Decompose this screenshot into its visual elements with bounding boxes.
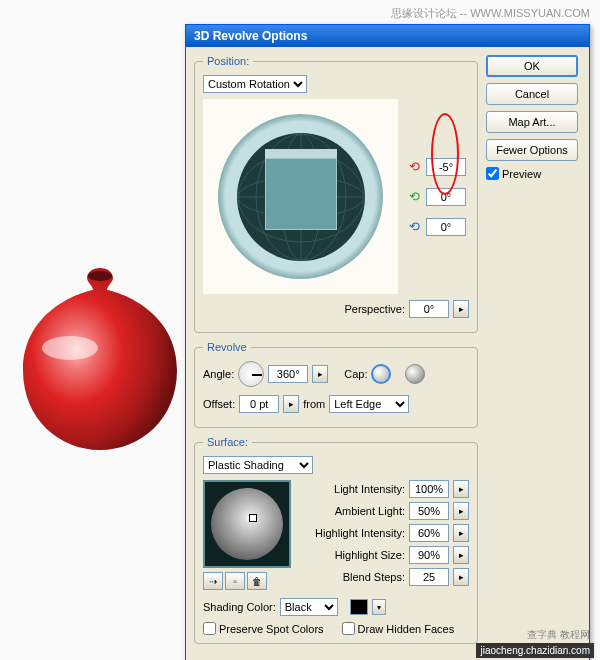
revolve-legend: Revolve — [203, 341, 251, 353]
ambient-light-input[interactable] — [409, 502, 449, 520]
vase-preview — [15, 260, 185, 457]
blend-steps-input[interactable] — [409, 568, 449, 586]
light-back-button[interactable]: ⇢ — [203, 572, 223, 590]
shading-color-swatch[interactable] — [350, 599, 368, 615]
shading-color-select[interactable]: Black — [280, 598, 338, 616]
blend-steps-stepper[interactable]: ▸ — [453, 568, 469, 586]
offset-input[interactable] — [239, 395, 279, 413]
shading-select[interactable]: Plastic Shading — [203, 456, 313, 474]
angle-stepper[interactable]: ▸ — [312, 365, 328, 383]
svg-point-0 — [88, 271, 112, 281]
axis-z-icon: ⟲ — [406, 219, 422, 235]
light-delete-button[interactable]: 🗑 — [247, 572, 267, 590]
light-sphere[interactable] — [203, 480, 291, 568]
light-new-button[interactable]: ▫ — [225, 572, 245, 590]
blend-steps-label: Blend Steps: — [343, 571, 405, 583]
from-select[interactable]: Left Edge — [329, 395, 409, 413]
highlight-intensity-stepper[interactable]: ▸ — [453, 524, 469, 542]
surface-legend: Surface: — [203, 436, 252, 448]
from-label: from — [303, 398, 325, 410]
watermark-bottom: jiaocheng.chazidian.com — [476, 643, 594, 658]
light-intensity-input[interactable] — [409, 480, 449, 498]
cap-off-icon[interactable] — [405, 364, 425, 384]
position-legend: Position: — [203, 55, 253, 67]
perspective-input[interactable] — [409, 300, 449, 318]
map-art-button[interactable]: Map Art... — [486, 111, 578, 133]
rotation-select[interactable]: Custom Rotation — [203, 75, 307, 93]
angle-dial[interactable] — [238, 361, 264, 387]
offset-label: Offset: — [203, 398, 235, 410]
axis-y-input[interactable] — [426, 188, 466, 206]
trackball[interactable] — [203, 99, 398, 294]
perspective-stepper[interactable]: ▸ — [453, 300, 469, 318]
cap-on-icon[interactable] — [371, 364, 391, 384]
cancel-button[interactable]: Cancel — [486, 83, 578, 105]
light-intensity-label: Light Intensity: — [334, 483, 405, 495]
axis-x-icon: ⟲ — [406, 159, 422, 175]
ambient-light-stepper[interactable]: ▸ — [453, 502, 469, 520]
dialog-title: 3D Revolve Options — [186, 25, 589, 47]
axis-x-input[interactable] — [426, 158, 466, 176]
svg-point-1 — [42, 336, 98, 360]
watermark-top: 思缘设计论坛 -- WWW.MISSYUAN.COM — [391, 6, 590, 21]
highlight-intensity-input[interactable] — [409, 524, 449, 542]
revolve-group: Revolve Angle: ▸ Cap: Offset: ▸ from — [194, 341, 478, 428]
dialog-3d-revolve-options: 3D Revolve Options Position: Custom Rota… — [185, 24, 590, 660]
ok-button[interactable]: OK — [486, 55, 578, 77]
axis-y-icon: ⟲ — [406, 189, 422, 205]
light-intensity-stepper[interactable]: ▸ — [453, 480, 469, 498]
offset-stepper[interactable]: ▸ — [283, 395, 299, 413]
preserve-spot-checkbox[interactable]: Preserve Spot Colors — [203, 622, 324, 635]
fewer-options-button[interactable]: Fewer Options — [486, 139, 578, 161]
highlight-intensity-label: Highlight Intensity: — [315, 527, 405, 539]
draw-hidden-checkbox[interactable]: Draw Hidden Faces — [342, 622, 455, 635]
position-group: Position: Custom Rotation — [194, 55, 478, 333]
surface-group: Surface: Plastic Shading ⇢ ▫ 🗑 — [194, 436, 478, 644]
highlight-size-label: Highlight Size: — [335, 549, 405, 561]
preview-checkbox[interactable]: Preview — [486, 167, 581, 180]
watermark-bottom-2: 查字典 教程网 — [523, 626, 594, 644]
ambient-light-label: Ambient Light: — [335, 505, 405, 517]
axis-z-input[interactable] — [426, 218, 466, 236]
angle-label: Angle: — [203, 368, 234, 380]
angle-input[interactable] — [268, 365, 308, 383]
highlight-size-input[interactable] — [409, 546, 449, 564]
perspective-label: Perspective: — [344, 303, 405, 315]
cap-label: Cap: — [344, 368, 367, 380]
highlight-size-stepper[interactable]: ▸ — [453, 546, 469, 564]
shading-color-label: Shading Color: — [203, 601, 276, 613]
shading-color-dropdown[interactable]: ▾ — [372, 599, 386, 615]
